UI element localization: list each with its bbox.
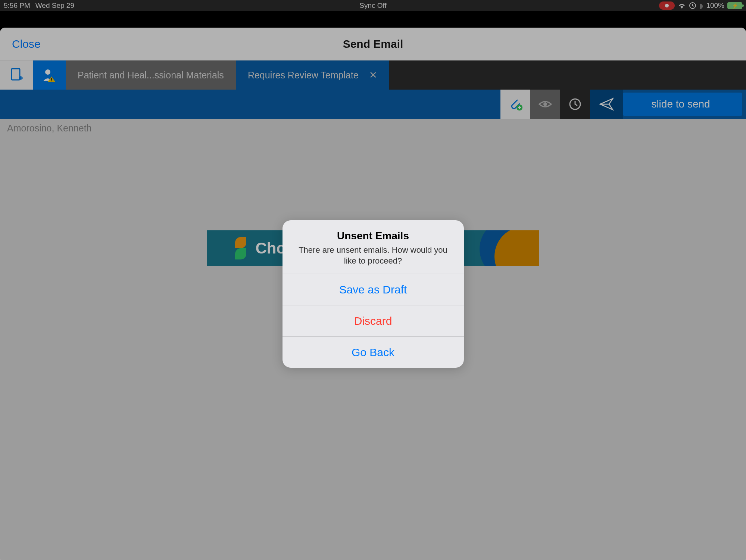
unsent-emails-alert: Unsent Emails There are unsent emails. H…	[283, 220, 464, 368]
alert-header: Unsent Emails There are unsent emails. H…	[283, 220, 464, 274]
alert-message: There are unsent emails. How would you l…	[294, 245, 453, 266]
alert-title: Unsent Emails	[294, 230, 453, 242]
go-back-button[interactable]: Go Back	[283, 336, 464, 368]
save-draft-button[interactable]: Save as Draft	[283, 274, 464, 305]
discard-button[interactable]: Discard	[283, 305, 464, 336]
